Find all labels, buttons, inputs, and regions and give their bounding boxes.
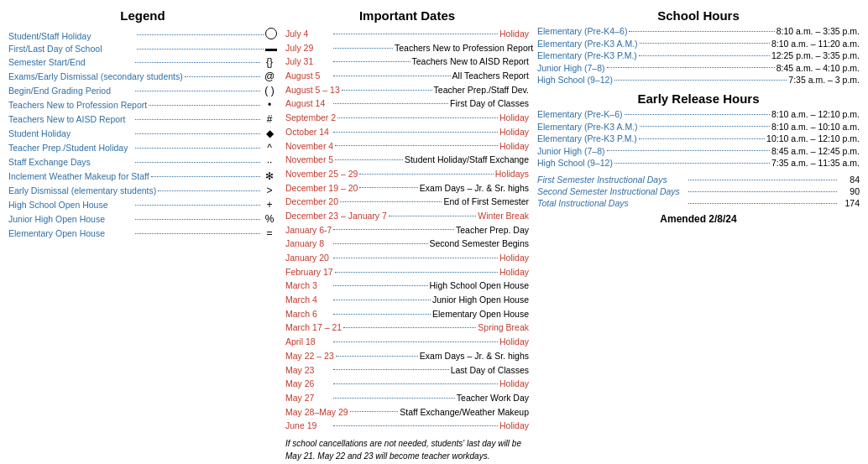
date-label: May 22 – 23 — [285, 350, 334, 362]
date-event: Teachers New to AISD Report — [412, 55, 529, 68]
date-dots — [333, 300, 431, 300]
date-item: July 29Teachers New to Profession Report — [285, 42, 529, 55]
date-label: December 19 – 20 — [285, 182, 358, 195]
date-event: Holiday — [499, 378, 529, 390]
hours-value: 8:10 a.m. – 11:20 a.m. — [771, 39, 860, 49]
legend-item-symbol: • — [262, 99, 277, 111]
date-event: All Teachers Report — [452, 70, 529, 82]
legend-item-text: Elementary Open House — [8, 228, 133, 238]
date-label: December 23 – January 7 — [285, 210, 387, 222]
early-release-value: 7:35 a.m. – 11:35 a.m. — [771, 158, 860, 168]
hours-label: Elementary (Pre-K3 A.M.) — [537, 39, 638, 49]
date-item: August 14First Day of Classes — [285, 97, 529, 110]
date-dots — [333, 34, 498, 34]
date-dots — [333, 132, 498, 133]
early-release-item: Junior High (7–8)8:45 a.m. – 12:45 p.m. — [537, 146, 860, 156]
early-release-label: High School (9–12) — [537, 158, 613, 168]
hours-label: Elementary (Pre-K3 P.M.) — [537, 50, 637, 60]
legend-item-symbol: ( ) — [262, 85, 277, 96]
date-item: July 31Teachers New to AISD Report — [285, 55, 529, 68]
date-event: Teachers New to Profession Report — [395, 42, 529, 55]
legend-item-dots — [135, 205, 260, 206]
hours-label: High School (9–12) — [537, 75, 613, 85]
date-event: Exam Days – Jr. & Sr. highs — [420, 350, 529, 362]
date-event: Holiday — [499, 266, 529, 279]
date-item: June 19Holiday — [285, 420, 529, 432]
date-item: November 5Student Holiday/Staff Exchange — [285, 154, 529, 166]
instructional-value: 84 — [839, 175, 860, 185]
date-event: Holiday — [499, 420, 529, 432]
date-dots — [342, 90, 432, 91]
legend-item-dots — [185, 76, 260, 77]
date-label: January 8 — [285, 237, 332, 250]
hours-value: 12:25 p.m. – 3:35 p.m. — [771, 50, 860, 60]
early-release-value: 8:45 a.m. – 12:45 p.m. — [771, 146, 860, 156]
legend-item-dots — [135, 162, 260, 163]
early-release-label: Elementary (Pre-K3 P.M.) — [537, 133, 637, 143]
legend-item-text: Junior High Open House — [8, 214, 133, 224]
date-dots — [336, 356, 418, 357]
date-item: April 18Holiday — [285, 336, 529, 348]
hours-value: 8:10 a.m. – 3:35 p.m. — [776, 26, 860, 36]
date-label: April 18 — [285, 336, 332, 348]
legend-item: Teachers New to AISD Report# — [8, 113, 277, 125]
instructional-label: Second Semester Instructional Days — [537, 186, 687, 196]
date-label: March 17 – 21 — [285, 321, 342, 334]
date-dots — [333, 398, 455, 399]
legend-item-text: Semester Start/End — [8, 57, 133, 67]
date-label: May 27 — [285, 392, 332, 404]
date-dots — [350, 411, 399, 412]
date-dots — [333, 258, 498, 258]
legend-item-symbol: ✻ — [262, 170, 277, 182]
legend-item-dots — [135, 233, 260, 234]
date-event: Spring Break — [478, 321, 529, 334]
legend-item-dots — [135, 133, 260, 134]
legend-item-dots — [135, 62, 260, 63]
date-event: Student Holiday/Staff Exchange — [405, 154, 529, 166]
legend-item-dots — [135, 91, 260, 91]
dates-note: If school cancellations are not needed, … — [285, 437, 529, 462]
legend-item-symbol: # — [262, 113, 277, 125]
date-label: July 31 — [285, 55, 332, 68]
date-event: Staff Exchange/Weather Makeup — [400, 406, 529, 419]
date-dots — [340, 201, 442, 202]
legend-item-symbol — [265, 28, 277, 41]
instructional-value: 90 — [839, 186, 860, 196]
date-dots — [333, 341, 498, 342]
date-item: October 14Holiday — [285, 126, 529, 138]
early-release-label: Junior High (7–8) — [537, 146, 605, 156]
early-release-item: Elementary (Pre-K3 A.M.)8:10 a.m. – 10:1… — [537, 122, 860, 132]
date-event: Last Day of Classes — [451, 364, 529, 377]
date-item: March 3High School Open House — [285, 279, 529, 292]
legend-item-text: Teachers New to AISD Report — [8, 114, 133, 124]
date-event: First Day of Classes — [450, 97, 529, 110]
legend-item-text: First/Last Day of School — [8, 44, 135, 54]
legend-item: Student Holiday◆ — [8, 128, 277, 139]
date-event: Holiday — [499, 140, 529, 153]
hours-dots — [614, 80, 787, 81]
legend-item: Inclement Weather Makeup for Staff✻ — [8, 170, 277, 182]
date-event: Holidays — [495, 168, 529, 180]
date-dots — [389, 216, 476, 216]
date-event: High School Open House — [430, 279, 530, 292]
legend-item-text: Early Dismissal (elementary students) — [8, 185, 156, 196]
school-hours-item: Elementary (Pre-K3 A.M.)8:10 a.m. – 11:2… — [537, 39, 860, 49]
early-release-label: Elementary (Pre-K3 A.M.) — [537, 122, 638, 132]
legend-item-text: Begin/End Grading Period — [8, 86, 133, 96]
date-label: May 26 — [285, 378, 332, 390]
dates-title: Important Dates — [285, 8, 529, 23]
early-release-dots — [614, 163, 770, 164]
date-label: August 5 – 13 — [285, 84, 340, 96]
legend-item-symbol — [265, 44, 277, 54]
early-release-item: Elementary (Pre-K3 P.M.)10:10 a.m. – 12:… — [537, 133, 860, 143]
date-item: March 4Junior High Open House — [285, 294, 529, 306]
legend-item-text: Staff Exchange Days — [8, 157, 133, 167]
school-hours-item: Junior High (7–8)8:45 a.m. – 4:10 p.m. — [537, 63, 860, 73]
date-event: Holiday — [499, 126, 529, 138]
legend-section: Legend Student/Staff HolidayFirst/Last D… — [8, 8, 277, 462]
date-dots — [333, 243, 428, 244]
legend-item-symbol: + — [262, 199, 277, 211]
legend-item-dots — [135, 148, 260, 149]
date-event: Holiday — [499, 28, 529, 40]
legend-item-dots — [135, 219, 260, 220]
